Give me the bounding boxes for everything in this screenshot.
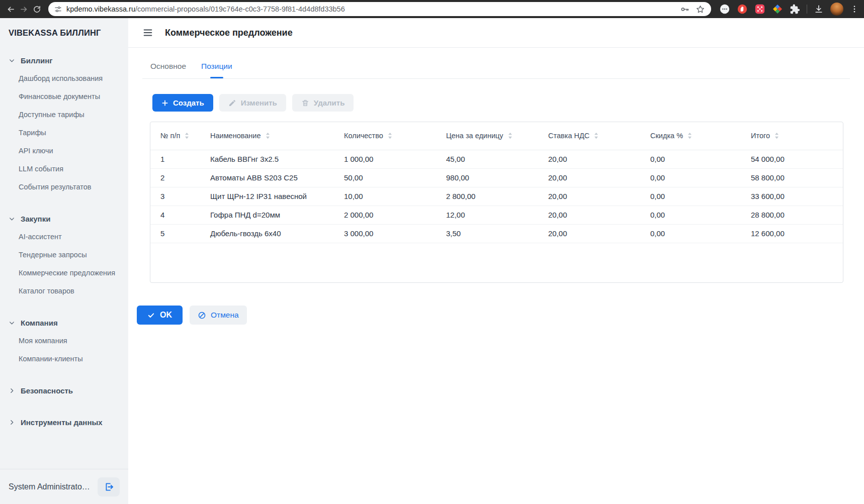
- address-bar[interactable]: kpdemo.vibekassa.ru/commercial-proposals…: [48, 2, 711, 16]
- page-title: Коммерческое предложение: [165, 28, 293, 38]
- cell-name: Кабель ВВГнг 3x2.5: [200, 150, 334, 168]
- adblock-hand-icon[interactable]: [737, 4, 748, 15]
- cell-vat: 20,00: [538, 150, 640, 168]
- section-label: Биллинг: [21, 56, 53, 65]
- sidebar-item-tariffs[interactable]: Тарифы: [0, 124, 128, 142]
- kebab-menu-icon[interactable]: [850, 5, 859, 14]
- cell-num: 2: [150, 168, 200, 187]
- tab-main[interactable]: Основное: [149, 62, 187, 78]
- sidebar: VIBEKASSA БИЛЛИНГ Биллинг Дашборд исполь…: [0, 18, 128, 504]
- tab-positions[interactable]: Позиции: [200, 62, 233, 78]
- hamburger-menu-icon[interactable]: [142, 27, 153, 38]
- sidebar-item-llm-events[interactable]: LLM события: [0, 160, 128, 178]
- sidebar-item-product-catalog[interactable]: Каталог товаров: [0, 282, 128, 300]
- downloads-icon[interactable]: [814, 4, 824, 14]
- sort-icon[interactable]: [185, 132, 189, 139]
- cell-vat: 20,00: [538, 168, 640, 187]
- app-brand: VIBEKASSA БИЛЛИНГ: [9, 28, 120, 38]
- positions-table: № п/п Наименование Количество Цена за ед…: [150, 122, 843, 243]
- column-header-num[interactable]: № п/п: [150, 122, 200, 150]
- sidebar-section-procurement[interactable]: Закупки: [0, 210, 128, 228]
- extensions-puzzle-icon[interactable]: [790, 4, 800, 15]
- positions-table-card: № п/п Наименование Количество Цена за ед…: [150, 122, 843, 283]
- back-arrow-icon: [7, 5, 15, 14]
- column-header-total[interactable]: Итого: [741, 122, 843, 150]
- profile-avatar[interactable]: [830, 3, 843, 16]
- dice-extension-icon[interactable]: [754, 4, 765, 15]
- toolbar-divider: [807, 5, 807, 14]
- sidebar-item-commercial-proposals[interactable]: Коммерческие предложения: [0, 264, 128, 282]
- sort-icon[interactable]: [687, 132, 692, 139]
- column-header-name[interactable]: Наименование: [200, 122, 334, 150]
- create-button[interactable]: Создать: [152, 94, 213, 112]
- column-label: Цена за единицу: [446, 132, 503, 140]
- column-header-vat[interactable]: Ставка НДС: [538, 122, 640, 150]
- forward-button[interactable]: [17, 3, 30, 16]
- cell-num: 5: [150, 224, 200, 243]
- cancel-button-label: Отмена: [211, 311, 239, 320]
- cell-qty: 10,00: [334, 187, 436, 206]
- edit-button[interactable]: Изменить: [219, 94, 286, 112]
- column-header-price[interactable]: Цена за единицу: [436, 122, 538, 150]
- logout-button[interactable]: [98, 477, 120, 496]
- sidebar-section-data-tools[interactable]: Инструменты данных: [0, 413, 128, 431]
- tab-label: Позиции: [201, 62, 232, 70]
- sidebar-item-tender-requests[interactable]: Тендерные запросы: [0, 246, 128, 264]
- column-header-qty[interactable]: Количество: [334, 122, 436, 150]
- column-label: Итого: [751, 132, 770, 140]
- cell-price: 2 800,00: [436, 187, 538, 206]
- cell-discount: 0,00: [640, 168, 741, 187]
- chevron-down-icon: [9, 216, 15, 222]
- logout-icon: [104, 482, 114, 492]
- tab-bar: Основное Позиции: [142, 48, 850, 79]
- section-label: Закупки: [21, 215, 50, 223]
- cell-num: 3: [150, 187, 200, 206]
- site-settings-icon[interactable]: [54, 6, 62, 13]
- plus-icon: [161, 99, 168, 107]
- sort-icon[interactable]: [266, 132, 270, 139]
- table-row[interactable]: 3 Щит ЩРн-12 IP31 навесной 10,00 2 800,0…: [150, 187, 843, 206]
- cell-qty: 50,00: [334, 168, 436, 187]
- sidebar-section-billing[interactable]: Биллинг: [0, 51, 128, 69]
- back-button[interactable]: [4, 3, 17, 16]
- sidebar-item-api-keys[interactable]: API ключи: [0, 142, 128, 160]
- sidebar-item-result-events[interactable]: События результатов: [0, 178, 128, 196]
- delete-button[interactable]: Удалить: [292, 94, 354, 112]
- extension-circle-icon[interactable]: [719, 4, 730, 15]
- reload-icon: [33, 5, 41, 14]
- sidebar-item-my-company[interactable]: Моя компания: [0, 332, 128, 350]
- trash-icon: [301, 99, 309, 107]
- sidebar-section-security[interactable]: Безопасность: [0, 381, 128, 399]
- column-header-discount[interactable]: Скидка %: [640, 122, 741, 150]
- sidebar-section-company[interactable]: Компания: [0, 314, 128, 332]
- sidebar-item-available-tariffs[interactable]: Доступные тарифы: [0, 106, 128, 124]
- reload-button[interactable]: [30, 3, 43, 16]
- cell-total: 54 000,00: [741, 150, 843, 168]
- table-row[interactable]: 5 Дюбель-гвоздь 6x40 3 000,00 3,50 20,00…: [150, 224, 843, 243]
- diamond-extension-icon[interactable]: [772, 4, 783, 15]
- sidebar-footer: System Administrato…: [0, 469, 128, 504]
- sidebar-item-usage-dashboard[interactable]: Дашборд использования: [0, 69, 128, 87]
- cell-discount: 0,00: [640, 187, 741, 206]
- sort-icon[interactable]: [594, 132, 598, 139]
- chevron-down-icon: [9, 57, 15, 64]
- cell-name: Гофра ПНД d=20мм: [200, 206, 334, 224]
- table-row[interactable]: 2 Автоматы ABB S203 C25 50,00 980,00 20,…: [150, 168, 843, 187]
- column-label: Скидка %: [650, 132, 683, 140]
- sort-icon[interactable]: [774, 132, 779, 139]
- password-key-icon[interactable]: [680, 5, 689, 14]
- cancel-button[interactable]: Отмена: [190, 306, 247, 325]
- cell-price: 12,00: [436, 206, 538, 224]
- bookmark-star-icon[interactable]: [696, 5, 705, 14]
- sidebar-item-ai-assistant[interactable]: AI-ассистент: [0, 228, 128, 246]
- ok-button[interactable]: OK: [137, 306, 183, 325]
- table-row[interactable]: 4 Гофра ПНД d=20мм 2 000,00 12,00 20,00 …: [150, 206, 843, 224]
- column-label: Ставка НДС: [548, 132, 589, 140]
- sidebar-item-client-companies[interactable]: Компании-клиенты: [0, 350, 128, 368]
- table-toolbar: Создать Изменить Удалить: [152, 94, 864, 112]
- cell-price: 45,00: [436, 150, 538, 168]
- sort-icon[interactable]: [388, 132, 392, 139]
- sort-icon[interactable]: [508, 132, 512, 139]
- sidebar-item-financial-documents[interactable]: Финансовые документы: [0, 87, 128, 106]
- table-row[interactable]: 1 Кабель ВВГнг 3x2.5 1 000,00 45,00 20,0…: [150, 150, 843, 168]
